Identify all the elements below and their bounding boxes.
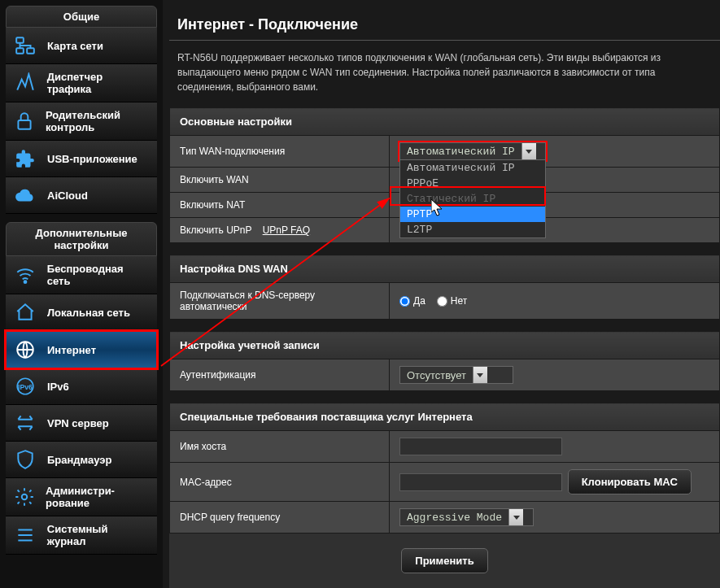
sidebar: Общие Карта сети Диспетчер трафика Родит…	[0, 0, 163, 588]
puzzle-icon	[14, 147, 37, 170]
dns-yes[interactable]: Да	[399, 295, 425, 307]
mac-input[interactable]	[399, 473, 562, 491]
sidebar-item-label: Карта сети	[47, 40, 103, 52]
sidebar-item-usb-app[interactable]: USB-приложение	[6, 141, 157, 177]
svg-rect-3	[18, 120, 30, 129]
sidebar-item-lan[interactable]: Локальная сеть	[6, 294, 157, 331]
svg-rect-1	[27, 48, 34, 54]
host-input[interactable]	[399, 438, 562, 455]
dropdown-arrow-icon[interactable]	[521, 143, 536, 159]
apply-row: Применить	[169, 534, 720, 588]
sidebar-item-aicloud[interactable]: AiCloud	[6, 177, 157, 214]
sidebar-item-label: Системный журнал	[47, 523, 149, 547]
sidebar-item-admin[interactable]: Администри-рование	[6, 478, 157, 516]
mac-label: MAC-адрес	[170, 463, 390, 502]
dns-auto-label: Подключаться к DNS-серверу автоматически	[170, 283, 390, 320]
sidebar-item-label: Интернет	[47, 344, 96, 356]
svg-point-8	[22, 494, 28, 500]
svg-text:IPv6: IPv6	[18, 383, 33, 391]
sidebar-item-internet[interactable]: Интернет	[6, 331, 157, 368]
sidebar-item-label: AiCloud	[47, 189, 88, 202]
sidebar-item-label: Локальная сеть	[47, 307, 130, 319]
auth-value: Отсутствует	[400, 369, 473, 381]
sidebar-item-label: VPN сервер	[47, 417, 109, 429]
basic-settings-table: Основные настройки Tип WAN-подключения А…	[169, 107, 720, 243]
sidebar-general-header: Общие	[6, 6, 157, 28]
wan-type-label: Tип WAN-подключения	[170, 136, 390, 168]
dns-radio-group: Да Нет	[399, 295, 709, 307]
wan-type-option[interactable]: Статический IP	[400, 191, 545, 207]
enable-upnp-label: Включить UPnP UPnP FAQ	[170, 218, 390, 243]
page-intro: RT-N56U поддерживает несколько типов под…	[169, 50, 720, 107]
upnp-faq-link[interactable]: UPnP FAQ	[263, 224, 310, 236]
wan-type-select[interactable]: Автоматический IP Автоматический IP PPPo…	[399, 142, 546, 160]
dhcp-label: DHCP query frequency	[170, 502, 390, 534]
sidebar-general-items: Карта сети Диспетчер трафика Родительски…	[6, 28, 157, 214]
auth-select[interactable]: Отсутствует	[399, 366, 513, 384]
dns-no[interactable]: Нет	[437, 295, 467, 307]
sidebar-item-label: Родительский контроль	[46, 109, 149, 133]
network-map-icon	[14, 34, 37, 57]
svg-rect-2	[16, 48, 24, 54]
sidebar-item-vpn[interactable]: VPN сервер	[6, 405, 157, 442]
account-header: Настройка учетной записи	[170, 332, 720, 359]
sidebar-item-label: Беспроводная сеть	[47, 263, 149, 287]
page-title: Интернет - Подключение	[169, 7, 720, 40]
wan-type-options: Автоматический IP PPPoE Статический IP P…	[399, 159, 546, 238]
wifi-icon	[14, 264, 37, 286]
dropdown-arrow-icon[interactable]	[508, 509, 523, 525]
auth-label: Аутентификация	[170, 359, 390, 391]
dhcp-select[interactable]: Aggressive Mode	[399, 508, 534, 526]
wan-type-value: Автоматический IP	[400, 146, 521, 158]
wan-type-option[interactable]: PPPoE	[400, 176, 545, 191]
apply-button[interactable]: Применить	[401, 548, 487, 573]
sidebar-item-wireless[interactable]: Беспроводная сеть	[6, 256, 157, 294]
sidebar-advanced-header: Дополнительные настройки	[6, 222, 157, 256]
sidebar-item-network-map[interactable]: Карта сети	[6, 28, 157, 64]
clone-mac-button[interactable]: Клонировать MAC	[568, 469, 692, 494]
home-icon	[14, 301, 37, 324]
wan-type-option[interactable]: PPTP	[400, 207, 545, 222]
sidebar-item-firewall[interactable]: Брандмауэр	[6, 442, 157, 478]
lock-icon	[14, 110, 35, 133]
dropdown-arrow-icon[interactable]	[473, 367, 487, 383]
basic-settings-header: Основные настройки	[170, 108, 720, 136]
dns-settings-table: Настройка DNS WAN Подключаться к DNS-сер…	[169, 255, 720, 320]
svg-point-4	[24, 281, 26, 283]
sidebar-advanced-items: Беспроводная сеть Локальная сеть Интерне…	[6, 256, 157, 555]
sidebar-item-label: Администри-рование	[46, 485, 149, 509]
shield-icon	[14, 448, 37, 471]
title-separator	[169, 40, 720, 41]
globe-icon	[14, 338, 37, 361]
wan-type-option[interactable]: Автоматический IP	[400, 160, 545, 176]
sidebar-item-label: Диспетчер трафика	[47, 71, 149, 95]
host-label: Имя хоста	[170, 431, 390, 463]
sidebar-item-traffic-manager[interactable]: Диспетчер трафика	[6, 64, 157, 102]
svg-rect-0	[16, 37, 24, 43]
gear-icon	[14, 486, 35, 508]
sidebar-item-label: Брандмауэр	[47, 454, 111, 466]
dhcp-value: Aggressive Mode	[400, 512, 508, 524]
sidebar-item-label: IPv6	[47, 381, 69, 393]
account-settings-table: Настройка учетной записи Аутентификация …	[169, 331, 720, 391]
main-content: Интернет - Подключение RT-N56U поддержив…	[163, 0, 720, 588]
enable-wan-label: Включить WAN	[170, 168, 390, 193]
dns-no-radio[interactable]	[437, 296, 447, 307]
dns-header: Настройка DNS WAN	[170, 255, 720, 283]
sidebar-item-syslog[interactable]: Системный журнал	[6, 516, 157, 555]
sidebar-item-ipv6[interactable]: IPv6 IPv6	[6, 368, 157, 405]
enable-nat-label: Включить NAT	[170, 193, 390, 218]
ipv6-icon: IPv6	[14, 375, 37, 398]
cloud-icon	[14, 184, 37, 207]
isp-header: Специальные требования поставщика услуг …	[170, 403, 720, 431]
isp-settings-table: Специальные требования поставщика услуг …	[169, 403, 720, 534]
wan-type-option[interactable]: L2TP	[400, 222, 545, 237]
list-icon	[14, 524, 37, 547]
vpn-icon	[14, 412, 37, 434]
traffic-icon	[14, 72, 37, 94]
sidebar-item-label: USB-приложение	[47, 153, 137, 165]
sidebar-item-parental[interactable]: Родительский контроль	[6, 102, 157, 141]
dns-yes-radio[interactable]	[399, 296, 410, 307]
